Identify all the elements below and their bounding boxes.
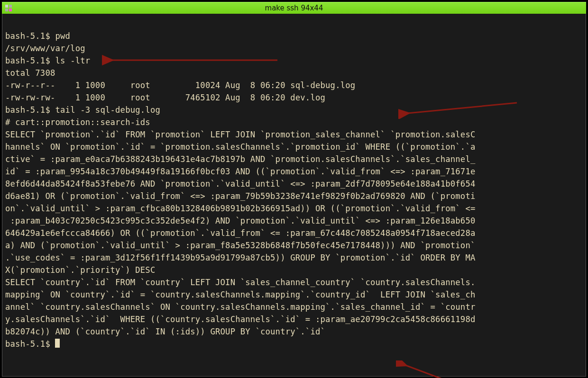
terminal-line: 8efd6d44da85424f8a53febe76 AND `promotio… [5, 179, 476, 189]
terminal-line: b82074c)) AND (`country`.`id` IN (:ids))… [5, 327, 325, 336]
shell-prompt: bash-5.1$ [5, 56, 55, 65]
command-text: pwd [55, 31, 70, 41]
terminal-line: on`.`valid_until` > :param_cfbca80b13284… [5, 204, 476, 213]
svg-rect-3 [9, 9, 12, 11]
svg-rect-1 [9, 5, 12, 8]
shell-prompt: bash-5.1$ [5, 105, 55, 115]
terminal-window: make ssh 94x44 bash-5.1$ pwd /srv/www/va… [2, 2, 586, 376]
annotation-arrow-3 [396, 336, 491, 378]
terminal-line: SELECT `country`.`id` FROM `country` LEF… [5, 278, 476, 287]
shell-prompt: bash-5.1$ [5, 31, 55, 41]
terminal-line: total 7308 [5, 68, 55, 78]
terminal-line: :param_b403c70250c5423c995c3c352de5e4f2)… [5, 216, 476, 225]
terminal-line: SELECT `promotion`.`id` FROM `promotion`… [5, 130, 476, 139]
terminal-line: id` = :param_9954a18c370b49449f8a19166f0… [5, 167, 476, 176]
svg-rect-2 [5, 9, 8, 11]
window-title: make ssh 94x44 [2, 4, 586, 12]
terminal-line: -rw-rw-rw- 1 1000 root 7465102 Aug 8 06:… [5, 93, 325, 102]
svg-rect-0 [5, 5, 8, 8]
terminal-line: bash-5.1$ ls -ltr [5, 56, 90, 65]
terminal-line: 646429a1e6efccca84666) OR ((`promotion`.… [5, 228, 476, 238]
command-text: ls -ltr [55, 56, 90, 65]
window-titlebar[interactable]: make ssh 94x44 [2, 2, 586, 14]
terminal-area[interactable]: bash-5.1$ pwd /srv/www/var/log bash-5.1$… [2, 14, 586, 377]
cursor-block [55, 339, 60, 348]
terminal-line: -rw-r--r-- 1 1000 root 10024 Aug 8 06:20… [5, 81, 355, 90]
terminal-line: y.salesChannels`.`id` WHERE ((`country.s… [5, 315, 476, 324]
shell-prompt: bash-5.1$ [5, 339, 55, 349]
terminal-line: bash-5.1$ pwd [5, 31, 70, 41]
terminal-line: X(`promotion`.`priority`) DESC [5, 265, 155, 275]
terminal-line: mapping` ON `country`.`id` = `country.sa… [5, 290, 476, 299]
terminal-line: bash-5.1$ tail -3 sql-debug.log [5, 105, 160, 115]
command-text: tail -3 sql-debug.log [55, 105, 160, 115]
terminal-line: annel` `country.salesChannels` ON `count… [5, 302, 476, 312]
terminal-line: ctive` = :param_e0aca7b6388243b196431e4a… [5, 154, 476, 164]
terminal-line: hannels` ON `promotion`.`id` = `promotio… [5, 142, 476, 152]
terminal-line: # cart::promotion::search-ids [5, 117, 150, 127]
terminal-line: /srv/www/var/log [5, 44, 85, 53]
terminal-line: d6ae81) OR (`promotion`.`valid_from` <=>… [5, 191, 476, 201]
terminal-line: a) AND (`promotion`.`valid_until` > :par… [5, 241, 476, 250]
terminal-line: bash-5.1$ [5, 339, 60, 349]
app-icon [5, 4, 12, 12]
terminal-line: .`use_codes` = :param_3d12f56f1ff1439b95… [5, 253, 476, 262]
svg-line-5 [408, 103, 517, 113]
svg-line-6 [405, 365, 481, 378]
